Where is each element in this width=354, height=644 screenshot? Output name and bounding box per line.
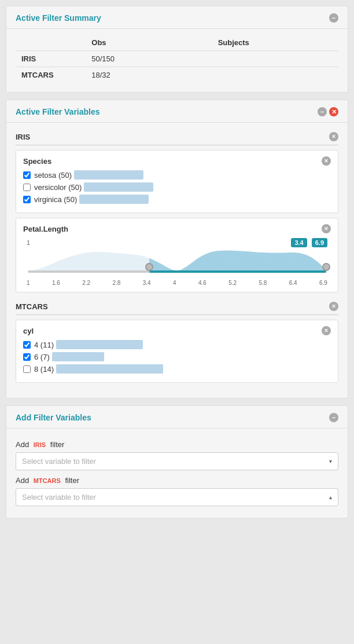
checkbox-label: setosa (50) — [34, 171, 72, 180]
checkbox-input[interactable] — [23, 184, 31, 191]
slider-tick: 1.6 — [52, 280, 60, 286]
slider-tick-labels: 11.62.22.83.444.65.25.86.46.9 — [27, 280, 327, 286]
checkbox-bar — [56, 340, 143, 349]
add-filter-variables-panel: Add Filter Variables − Add IRIS filter S… — [6, 405, 348, 518]
checkbox-label: 8 (14) — [34, 365, 54, 374]
iris-tag: IRIS — [31, 441, 48, 449]
slider-tick: 3.4 — [143, 280, 151, 286]
row-dataset-name: MTCARS — [16, 67, 86, 83]
checkbox-input[interactable] — [23, 353, 31, 361]
slider-track-wrapper — [28, 250, 326, 279]
add-filter-panel-title: Add Filter Variables — [16, 413, 91, 422]
summary-panel-header: Active Filter Summary − — [6, 6, 348, 29]
active-filter-variables-panel: Active Filter Variables − ✕ IRIS ✕ Speci… — [6, 100, 348, 398]
dataset-name: MTCARS — [16, 302, 48, 311]
filter-card-title: cyl — [23, 327, 34, 335]
checkbox-label: 4 (11) — [34, 341, 54, 349]
checkbox-input[interactable] — [23, 341, 31, 349]
mtcars-select-chevron-up-icon: ▴ — [329, 494, 332, 500]
slider-tick: 4 — [173, 280, 176, 286]
slider-tick: 5.8 — [259, 280, 267, 286]
add-filter-header-icons: − — [329, 413, 338, 422]
filter-card-title: Petal.Length — [23, 225, 68, 233]
filter-remove-icon[interactable]: ✕ — [322, 224, 331, 233]
add-filter-panel-body: Add IRIS filter Select variable to filte… — [6, 429, 348, 518]
filter-card-header: cyl ✕ — [23, 326, 331, 335]
mtcars-label-suffix: filter — [65, 476, 79, 485]
dataset-section: IRIS ✕ Species ✕ setosa (50) versicolor … — [16, 129, 338, 292]
variables-panel-title: Active Filter Variables — [16, 107, 100, 116]
slider-thumb-low[interactable] — [145, 263, 153, 271]
dataset-header: IRIS ✕ — [16, 129, 338, 145]
table-row: MTCARS 18/32 — [16, 67, 338, 83]
checkbox-item: setosa (50) — [23, 170, 331, 180]
mtcars-variable-select[interactable]: Select variable to filter ▴ — [16, 488, 338, 506]
add-filter-minimize-icon[interactable]: − — [329, 413, 338, 422]
row-dataset-name: IRIS — [16, 51, 86, 67]
checkbox-item: 6 (7) — [23, 352, 331, 361]
checkbox-item: 8 (14) — [23, 364, 331, 374]
variables-header-icons: − ✕ — [318, 107, 338, 116]
slider-range — [149, 270, 326, 273]
variables-panel-body: IRIS ✕ Species ✕ setosa (50) versicolor … — [6, 123, 348, 398]
slider-tick: 2.2 — [82, 280, 90, 286]
add-filter-panel-header: Add Filter Variables − — [6, 406, 348, 429]
checkbox-bar — [84, 182, 153, 192]
mtcars-select-placeholder: Select variable to filter — [22, 493, 96, 502]
variables-close-icon[interactable]: ✕ — [329, 107, 338, 116]
checkbox-bar — [52, 352, 104, 361]
row-subjects — [212, 67, 338, 83]
checkbox-bar — [74, 170, 143, 180]
slider-thumb-high[interactable] — [322, 263, 330, 271]
slider-tick: 5.2 — [228, 280, 237, 286]
slider-tick: 2.8 — [112, 280, 120, 286]
dataset-section: MTCARS ✕ cyl ✕ 4 (11) 6 (7) 8 (14) — [16, 298, 338, 383]
mtcars-tag: MTCARS — [31, 477, 63, 485]
dataset-remove-icon[interactable]: ✕ — [329, 132, 338, 141]
checkbox-item: 4 (11) — [23, 340, 331, 349]
iris-variable-select[interactable]: Select variable to filter ▾ — [16, 452, 338, 470]
checkbox-input[interactable] — [23, 171, 31, 179]
iris-select-placeholder: Select variable to filter — [22, 457, 96, 466]
iris-filter-label: Add IRIS filter — [16, 440, 338, 449]
checkbox-label: virginica (50) — [34, 195, 77, 204]
checkbox-label: versicolor (50) — [34, 183, 82, 192]
variables-panel-header: Active Filter Variables − ✕ — [6, 100, 348, 123]
filter-card-title: Species — [23, 157, 51, 166]
iris-select-chevron-down-icon: ▾ — [329, 458, 332, 464]
row-subjects — [212, 51, 338, 67]
dataset-remove-icon[interactable]: ✕ — [329, 302, 338, 311]
summary-panel-title: Active Filter Summary — [16, 13, 101, 23]
active-filter-summary-panel: Active Filter Summary − Obs Subjects IRI… — [6, 6, 348, 93]
checkbox-bar — [56, 364, 163, 374]
slider-low-badge: 3.4 — [291, 238, 307, 247]
slider-tick: 4.6 — [198, 280, 207, 286]
filter-remove-icon[interactable]: ✕ — [322, 326, 331, 335]
table-row: IRIS 50/150 — [16, 51, 338, 67]
iris-label-add: Add — [16, 440, 29, 449]
slider-track — [28, 270, 326, 273]
iris-label-suffix: filter — [50, 440, 65, 449]
checkbox-input[interactable] — [23, 196, 31, 203]
summary-col-obs: Obs — [86, 35, 212, 51]
slider-high-badge: 6.9 — [312, 238, 327, 247]
summary-minimize-icon[interactable]: − — [329, 13, 338, 23]
summary-header-icons: − — [329, 13, 338, 23]
filter-card: Species ✕ setosa (50) versicolor (50) vi… — [16, 150, 338, 213]
checkbox-item: virginica (50) — [23, 195, 331, 204]
slider-top-row: 1 3.4 6.9 — [27, 238, 327, 247]
checkbox-input[interactable] — [23, 365, 31, 373]
dataset-header: MTCARS ✕ — [16, 298, 338, 315]
checkbox-item: versicolor (50) — [23, 182, 331, 192]
filter-card: cyl ✕ 4 (11) 6 (7) 8 (14) — [16, 320, 338, 383]
slider-min-label: 1 — [27, 239, 30, 246]
slider-tick: 6.9 — [319, 280, 327, 286]
mtcars-label-add: Add — [16, 476, 29, 485]
mtcars-filter-label: Add MTCARS filter — [16, 476, 338, 485]
variables-minimize-icon[interactable]: − — [318, 107, 327, 116]
filter-card-header: Petal.Length ✕ — [23, 224, 331, 233]
summary-col-subjects: Subjects — [212, 35, 338, 51]
filter-card-header: Species ✕ — [23, 156, 331, 166]
filter-remove-icon[interactable]: ✕ — [322, 156, 331, 166]
row-obs: 50/150 — [86, 51, 212, 67]
